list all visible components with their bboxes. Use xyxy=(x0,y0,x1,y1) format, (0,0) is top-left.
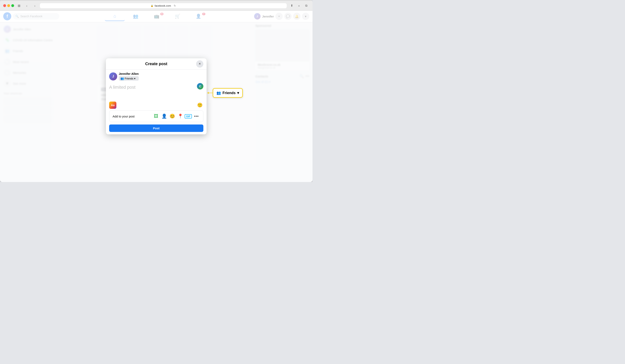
browser-window: ⊞ ‹ › 🔒 facebook.com ↻ ⬆ + ⧉ f 🔍 Search … xyxy=(0,0,312,182)
callout-friends-icon: 👥 xyxy=(217,91,221,95)
text-style-button[interactable]: Aa xyxy=(109,102,116,109)
maximize-window-button[interactable] xyxy=(11,4,14,7)
callout-dropdown-icon: ▾ xyxy=(237,91,239,95)
modal-header: Create post × xyxy=(106,58,207,70)
url-text: facebook.com xyxy=(155,4,171,7)
more-options-button[interactable]: ••• xyxy=(193,112,200,120)
ai-indicator: C xyxy=(197,83,203,89)
user-row: J Jennifer Allen 👥 Friends ▾ xyxy=(109,72,203,81)
add-to-post-icons: 🖼 👤 😊 📍 GIF ••• xyxy=(153,112,200,120)
emoji-row: Aa 🙂 xyxy=(109,100,203,111)
audience-label: Friends xyxy=(125,77,133,80)
browser-toolbar: ⊞ ‹ › 🔒 facebook.com ↻ ⬆ + ⧉ xyxy=(0,1,312,11)
modal-title: Create post xyxy=(145,61,167,66)
emoji-picker-button[interactable]: 🙂 xyxy=(196,102,203,109)
callout-arrow xyxy=(207,93,213,93)
add-photo-button[interactable]: 🖼 xyxy=(153,112,160,120)
post-user-name: Jennifer Allen xyxy=(119,72,139,75)
lock-icon: 🔒 xyxy=(151,4,154,7)
location-button[interactable]: 📍 xyxy=(177,112,184,120)
toolbar-actions: ⬆ + ⧉ xyxy=(289,3,309,8)
add-to-post-bar: Add to your post 🖼 👤 😊 📍 GIF ••• xyxy=(109,111,203,122)
new-tab-button[interactable]: + xyxy=(296,3,302,8)
forward-button[interactable]: › xyxy=(32,3,38,8)
create-post-modal: Create post × J Jennifer Allen 👥 Friends xyxy=(106,58,207,134)
audience-selector-button[interactable]: 👥 Friends ▾ xyxy=(119,76,139,81)
modal-close-button[interactable]: × xyxy=(196,60,203,68)
modal-body: J Jennifer Allen 👥 Friends ▾ xyxy=(106,70,207,134)
post-text-container: C xyxy=(109,83,203,100)
back-button[interactable]: ‹ xyxy=(24,3,30,8)
friends-audience-icon: 👥 xyxy=(120,77,124,80)
facebook-page: f 🔍 Search Facebook ⌂ 👥 📺 9 🛒 xyxy=(0,11,312,182)
minimize-window-button[interactable] xyxy=(7,4,10,7)
tag-people-button[interactable]: 👤 xyxy=(160,112,168,120)
callout-label: Friends xyxy=(222,91,236,95)
post-text-input[interactable] xyxy=(109,83,203,99)
address-bar[interactable]: 🔒 facebook.com ↻ xyxy=(40,3,287,8)
audience-dropdown-icon: ▾ xyxy=(134,77,135,80)
share-button[interactable]: ⬆ xyxy=(289,3,295,8)
post-user-avatar: J xyxy=(109,72,117,81)
friends-callout: 👥 Friends ▾ xyxy=(213,88,243,98)
user-info: Jennifer Allen 👥 Friends ▾ xyxy=(119,72,139,81)
add-to-post-label: Add to your post xyxy=(113,115,134,118)
tabs-button[interactable]: ⧉ xyxy=(303,3,309,8)
feeling-button[interactable]: 😊 xyxy=(169,112,176,120)
post-button[interactable]: Post xyxy=(109,124,203,132)
sidebar-toggle-button[interactable]: ⊞ xyxy=(16,3,22,8)
modal-container: Create post × J Jennifer Allen 👥 Friends xyxy=(106,58,207,134)
close-window-button[interactable] xyxy=(3,4,6,7)
gif-button[interactable]: GIF xyxy=(185,114,192,118)
reload-icon[interactable]: ↻ xyxy=(174,4,176,7)
traffic-lights xyxy=(3,4,14,7)
